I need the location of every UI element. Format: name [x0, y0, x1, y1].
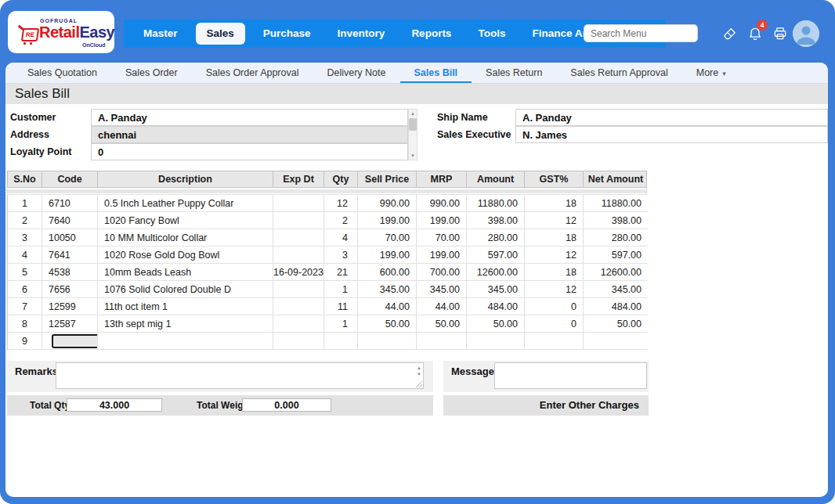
table-cell-gst[interactable]: 18: [525, 229, 584, 247]
table-cell-exp-dt[interactable]: 16-09-2023: [273, 264, 324, 281]
table-cell-gst[interactable]: [525, 333, 584, 350]
table-cell-exp-dt[interactable]: [273, 281, 324, 298]
table-cell-description[interactable]: [98, 333, 273, 350]
table-cell-net-amount[interactable]: 11880.00: [584, 195, 648, 212]
scroll-up-icon[interactable]: ▲: [409, 111, 417, 116]
table-cell-exp-dt[interactable]: [273, 333, 324, 350]
user-avatar[interactable]: [793, 20, 819, 47]
table-cell-description[interactable]: 10mm Beads Leash: [98, 264, 273, 281]
menu-item-tools[interactable]: Tools: [464, 20, 519, 48]
menu-item-sales[interactable]: Sales: [196, 23, 245, 45]
table-cell-code[interactable]: 7640: [42, 212, 98, 229]
table-cell-gst[interactable]: 0: [525, 315, 584, 333]
table-cell-amount[interactable]: 345.00: [467, 281, 525, 298]
table-cell-net-amount[interactable]: [584, 333, 648, 350]
table-cell-mrp[interactable]: 50.00: [417, 315, 467, 333]
total-weight-input[interactable]: [242, 398, 331, 412]
table-cell-qty[interactable]: 21: [324, 264, 358, 281]
table-cell-exp-dt[interactable]: [273, 195, 324, 212]
total-qty-input[interactable]: [67, 398, 162, 412]
scrollbar-thumb[interactable]: [409, 118, 417, 131]
remarks-textarea[interactable]: [56, 362, 424, 389]
table-cell-exp-dt[interactable]: [273, 229, 324, 247]
new-item-code-input[interactable]: [52, 334, 98, 348]
menu-item-purchase[interactable]: Purchase: [250, 20, 324, 48]
table-cell-code[interactable]: 6710: [42, 195, 98, 212]
table-cell-net-amount[interactable]: 12600.00: [584, 264, 648, 281]
table-cell-qty[interactable]: 2: [324, 212, 358, 229]
table-cell-exp-dt[interactable]: [273, 298, 324, 315]
tab-sales-quotation[interactable]: Sales Quotation: [13, 63, 111, 83]
table-cell-s-no[interactable]: 9: [8, 333, 42, 350]
table-cell-net-amount[interactable]: 398.00: [584, 212, 648, 229]
table-cell-mrp[interactable]: 44.00: [417, 298, 467, 315]
form-scrollbar[interactable]: ▲ ▼: [408, 109, 418, 160]
table-cell-code[interactable]: 12587: [42, 315, 98, 333]
table-cell-qty[interactable]: 12: [324, 195, 358, 212]
table-cell-mrp[interactable]: 70.00: [417, 229, 467, 247]
table-cell-mrp[interactable]: 700.00: [417, 264, 467, 281]
table-cell-description[interactable]: 13th sept mig 1: [98, 315, 273, 333]
menu-item-master[interactable]: Master: [130, 20, 191, 48]
tab-delivery-note[interactable]: Delivery Note: [313, 63, 399, 83]
table-cell-description[interactable]: 1020 Rose Gold Dog Bowl: [98, 247, 273, 264]
table-cell-sell-price[interactable]: 600.00: [358, 264, 417, 281]
table-cell-sell-price[interactable]: 44.00: [358, 298, 417, 315]
table-cell-description[interactable]: 0.5 Inch Leather Puppy Collar: [98, 195, 273, 212]
enter-other-charges-button[interactable]: Enter Other Charges: [443, 395, 649, 416]
table-cell-qty[interactable]: 3: [324, 247, 358, 264]
table-cell-sell-price[interactable]: [358, 333, 417, 350]
table-cell-qty[interactable]: [324, 333, 358, 350]
table-cell-mrp[interactable]: 199.00: [417, 212, 467, 229]
table-cell-s-no[interactable]: 8: [8, 315, 42, 333]
table-cell-s-no[interactable]: 3: [8, 229, 42, 247]
spinner-down-icon[interactable]: ▼: [417, 372, 421, 376]
tab-sales-order[interactable]: Sales Order: [111, 63, 192, 83]
table-cell-gst[interactable]: 12: [525, 212, 584, 229]
sales-executive-input[interactable]: [515, 126, 828, 143]
table-cell-qty[interactable]: 4: [324, 229, 358, 247]
table-cell-s-no[interactable]: 6: [8, 281, 42, 298]
table-cell-amount[interactable]: 398.00: [467, 212, 525, 229]
table-cell-sell-price[interactable]: 199.00: [358, 212, 417, 229]
table-cell-gst[interactable]: 0: [525, 298, 584, 315]
table-cell-gst[interactable]: 12: [525, 247, 584, 264]
table-cell-s-no[interactable]: 7: [8, 298, 42, 315]
table-cell-net-amount[interactable]: 597.00: [584, 247, 648, 264]
table-cell-net-amount[interactable]: 50.00: [584, 315, 648, 333]
table-cell-description[interactable]: 1076 Solid Colored Double D: [98, 281, 273, 298]
menu-item-inventory[interactable]: Inventory: [324, 20, 399, 48]
tab-sales-return-approval[interactable]: Sales Return Approval: [556, 63, 681, 83]
table-cell-sell-price[interactable]: 50.00: [358, 315, 417, 333]
table-cell-mrp[interactable]: 345.00: [417, 281, 467, 298]
table-cell-code[interactable]: 10050: [42, 229, 98, 247]
table-cell-net-amount[interactable]: 280.00: [584, 229, 648, 247]
table-cell-amount[interactable]: 50.00: [467, 315, 525, 333]
message-input[interactable]: [494, 362, 647, 389]
table-cell-exp-dt[interactable]: [273, 247, 324, 264]
table-cell-code[interactable]: 7641: [42, 247, 98, 264]
address-input[interactable]: [91, 126, 408, 143]
table-cell-code[interactable]: [42, 333, 98, 350]
table-cell-qty[interactable]: 1: [324, 281, 358, 298]
menu-item-reports[interactable]: Reports: [398, 20, 464, 48]
table-cell-description[interactable]: 1020 Fancy Bowl: [98, 212, 273, 229]
table-cell-description[interactable]: 11th oct item 1: [98, 298, 273, 315]
table-cell-sell-price[interactable]: 199.00: [358, 247, 417, 264]
spinner-up-icon[interactable]: ▲: [417, 365, 421, 370]
table-cell-amount[interactable]: 11880.00: [467, 195, 525, 212]
table-cell-sell-price[interactable]: 70.00: [358, 229, 417, 247]
table-cell-sell-price[interactable]: 990.00: [358, 195, 417, 212]
tab-sales-return[interactable]: Sales Return: [472, 63, 556, 83]
table-cell-code[interactable]: 4538: [42, 264, 98, 281]
customer-input[interactable]: [91, 109, 408, 126]
table-cell-amount[interactable]: 280.00: [467, 229, 525, 247]
search-input[interactable]: [584, 24, 698, 42]
printer-icon[interactable]: [772, 26, 788, 41]
loyalty-point-input[interactable]: [91, 143, 408, 160]
table-cell-sell-price[interactable]: 345.00: [358, 281, 417, 298]
table-cell-mrp[interactable]: 199.00: [417, 247, 467, 264]
table-cell-s-no[interactable]: 5: [8, 264, 42, 281]
table-cell-net-amount[interactable]: 484.00: [584, 298, 648, 315]
table-cell-code[interactable]: 7656: [42, 281, 98, 298]
